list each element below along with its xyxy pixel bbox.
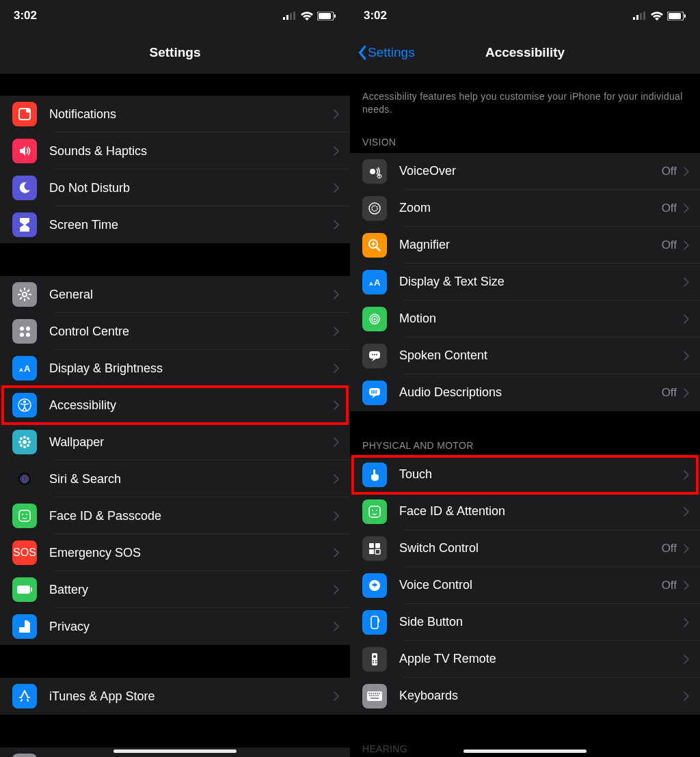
svg-point-57 [374,354,375,355]
svg-point-71 [373,655,376,658]
chevron-right-icon [334,220,339,230]
row-label: Face ID & Attention [399,504,681,519]
svg-rect-69 [378,619,379,622]
battery-icon [667,12,686,20]
svg-point-58 [376,354,377,355]
privacy-icon [12,614,37,639]
svg-rect-31 [19,510,30,521]
svg-point-33 [26,514,27,515]
row-touch[interactable]: Touch [350,456,700,493]
svg-rect-79 [373,693,374,694]
svg-rect-59 [369,388,380,396]
back-label: Settings [368,45,415,60]
cellular-signal-icon [283,12,297,20]
row-label: Zoom [399,201,662,215]
cellular-signal-icon [633,12,647,20]
row-label: Spoken Content [399,348,681,363]
svg-rect-80 [375,693,376,694]
battery-icon [317,12,336,20]
accessibility-list[interactable]: Accessibility features help you customis… [350,74,700,757]
nav-bar: Settings [0,31,350,74]
row-label: Side Button [399,615,681,629]
row-tvremote[interactable]: Apple TV Remote [350,641,700,678]
chevron-right-icon [334,622,339,631]
svg-point-9 [23,292,27,297]
row-sos[interactable]: SOSEmergency SOS [0,534,350,571]
row-sounds[interactable]: Sounds & Haptics [0,133,350,169]
svg-point-44 [370,169,375,174]
row-notifications[interactable]: Notifications [0,96,350,133]
chevron-right-icon [684,204,689,213]
svg-rect-63 [369,543,374,548]
faceid2-icon [362,499,387,524]
svg-text:A: A [19,367,23,373]
svg-point-54 [374,318,376,320]
row-siri[interactable]: Siri & Search [0,460,350,497]
sos-icon: SOS [12,540,37,565]
home-indicator[interactable] [463,749,587,753]
row-display[interactable]: AADisplay & Brightness [0,350,350,387]
svg-point-19 [23,436,26,439]
row-magnifier[interactable]: MagnifierOff [350,227,700,264]
home-indicator[interactable] [113,749,237,753]
voicectrl-icon [362,573,387,598]
row-label: Keyboards [399,689,681,703]
notifications-icon [12,102,37,126]
row-faceid[interactable]: Face ID & Passcode [0,497,350,534]
row-general[interactable]: General [0,276,350,313]
row-dnd[interactable]: Do Not Disturb [0,169,350,206]
row-label: iTunes & App Store [49,689,331,704]
row-displaytext[interactable]: AADisplay & Text Size [350,264,700,301]
svg-rect-66 [375,549,380,554]
row-screentime[interactable]: Screen Time [0,206,350,243]
row-accessibility[interactable]: Accessibility [0,387,350,424]
chevron-right-icon [334,146,339,156]
row-value: Off [662,542,677,555]
row-privacy[interactable]: Privacy [0,608,350,645]
row-label: Display & Brightness [49,361,331,376]
chevron-right-icon [684,507,689,517]
svg-rect-3 [293,12,295,20]
row-label: Privacy [49,620,331,634]
svg-point-23 [27,437,29,440]
svg-rect-88 [371,698,379,699]
row-label: Apple TV Remote [399,652,681,666]
voiceover-icon [362,159,387,184]
svg-rect-39 [640,13,642,20]
row-audiodesc[interactable]: Audio DescriptionsOff [350,374,700,411]
row-keyboards[interactable]: Keyboards [350,678,700,715]
svg-point-17 [23,400,26,403]
row-controlcentre[interactable]: Control Centre [0,313,350,350]
row-motion[interactable]: Motion [350,301,700,338]
status-time: 3:02 [364,9,387,23]
touch-icon [362,463,387,487]
dnd-icon [12,176,37,200]
row-sidebtn[interactable]: Side Button [350,604,700,641]
row-label: VoiceOver [399,164,662,178]
tvremote-icon [362,647,387,672]
row-label: Emergency SOS [49,546,331,560]
row-spoken[interactable]: Spoken Content [350,338,700,374]
row-label: Do Not Disturb [49,181,331,195]
row-label: Voice Control [399,578,662,592]
svg-rect-77 [368,693,370,694]
row-faceid2[interactable]: Face ID & Attention [350,493,700,530]
row-appstore[interactable]: iTunes & App Store [0,678,350,715]
row-value: Off [662,202,677,215]
chevron-right-icon [334,363,339,373]
back-button[interactable]: Settings [357,31,415,74]
svg-rect-87 [377,695,379,696]
row-voicectrl[interactable]: Voice ControlOff [350,567,700,604]
row-voiceover[interactable]: VoiceOverOff [350,153,700,190]
row-battery[interactable]: Battery [0,571,350,608]
section-description: Accessibility features help you customis… [350,74,700,130]
row-label: Audio Descriptions [399,385,662,400]
row-zoom[interactable]: ZoomOff [350,190,700,227]
chevron-right-icon [334,400,339,410]
svg-point-32 [22,514,23,515]
row-label: Sounds & Haptics [49,144,331,159]
row-wallpaper[interactable]: Wallpaper [0,424,350,460]
settings-list[interactable]: NotificationsSounds & HapticsDo Not Dist… [0,74,350,757]
row-switch[interactable]: Switch ControlOff [350,530,700,567]
svg-rect-70 [372,653,377,665]
